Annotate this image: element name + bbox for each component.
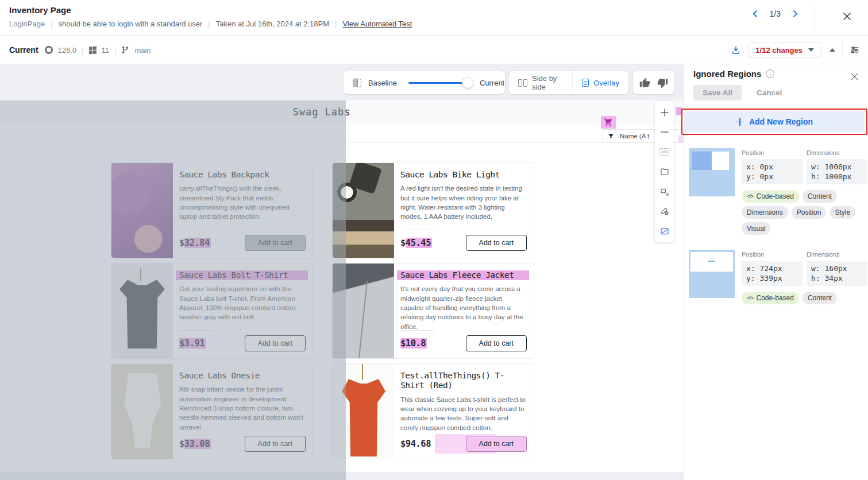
divider: [400, 330, 434, 331]
product-image: [333, 163, 394, 258]
save-all-button[interactable]: Save All: [693, 85, 742, 100]
product-grid: Sauce Labs Backpack carry.allTheThings()…: [111, 162, 534, 459]
zoom-toolbar: 100: [655, 101, 674, 242]
zoom-100-icon[interactable]: 100: [655, 144, 674, 161]
overlay-slider-handle[interactable]: [462, 77, 473, 88]
info-icon[interactable]: [766, 69, 774, 78]
region-thumbnail: [689, 250, 735, 298]
region-tag: Position: [792, 206, 827, 219]
git-branch-icon: [121, 46, 129, 54]
region-tag: </>Code-based: [742, 292, 799, 304]
region-x: x: 724px: [746, 264, 798, 273]
current-label: Current: [480, 79, 504, 87]
add-to-cart-button[interactable]: Add to cart: [466, 335, 527, 351]
add-to-cart-button[interactable]: Add to cart: [245, 235, 306, 251]
download-icon[interactable]: [731, 45, 741, 55]
close-icon[interactable]: [842, 11, 852, 21]
pagination-count: 1/3: [770, 9, 781, 18]
overlay-button[interactable]: Overlay: [573, 71, 628, 94]
product-price: $45.45: [400, 238, 431, 248]
page-title: Inventory Page: [9, 5, 71, 15]
product-description: This classic Sauce Labs t-shirt is perfe…: [400, 395, 527, 432]
product-image: [111, 364, 173, 459]
add-to-cart-button[interactable]: Add to cart: [466, 436, 527, 452]
region-thumbnail: [689, 148, 735, 196]
environment-actions: 1/12 changes: [731, 36, 860, 64]
region-y: y: 339px: [746, 273, 798, 283]
view-automated-test-link[interactable]: View Automated Test: [342, 20, 412, 28]
next-screenshot-button[interactable]: [791, 10, 799, 18]
divider: [179, 330, 213, 331]
side-by-side-button[interactable]: Side by side: [509, 71, 572, 94]
swag-labs-header: Swag Labs: [0, 100, 684, 123]
previous-screenshot-button[interactable]: [751, 10, 759, 18]
changes-count: 1/12 changes: [755, 46, 803, 55]
shopping-cart-icon[interactable]: [604, 118, 613, 127]
plus-icon: [736, 118, 743, 126]
chevron-down-icon: [808, 48, 814, 52]
product-description: Get your testing superhero on with the S…: [179, 284, 306, 322]
product-description: A red light isn't the desired state in t…: [400, 184, 527, 221]
product-image: [333, 264, 394, 358]
region-tags: </>Code-basedContentDimensionsPositionSt…: [742, 190, 868, 235]
add-to-cart-button[interactable]: Add to cart: [245, 436, 306, 452]
panel-close-icon[interactable]: [850, 72, 859, 81]
add-new-region-button[interactable]: Add New Region: [684, 111, 865, 132]
region-tag: Content: [803, 292, 837, 304]
ignored-region-card[interactable]: Position Dimensions x: 724px y: 339px w:…: [684, 243, 868, 312]
product-title: Sauce Labs Bolt T-Shirt: [179, 270, 306, 280]
overlay-slider[interactable]: [408, 82, 468, 84]
region-position-values: x: 724px y: 339px: [742, 261, 803, 286]
product-card: Sauce Labs Fleece Jacket It's not every …: [332, 263, 534, 359]
product-price: $33.08: [179, 439, 210, 449]
ignored-region-card[interactable]: Position Dimensions x: 0px y: 0px w: 100…: [684, 141, 868, 243]
region-select-icon[interactable]: [655, 223, 674, 240]
product-description: Rib snap infant onesie for the junior au…: [179, 385, 306, 432]
product-price: $10.8: [400, 338, 426, 349]
sort-selected-value: Name (A t: [620, 133, 649, 140]
thumbs-down-icon[interactable]: [657, 78, 668, 88]
region-list: Position Dimensions x: 0px y: 0px w: 100…: [684, 141, 868, 312]
thumbs-up-icon[interactable]: [639, 78, 650, 88]
region-y: y: 0px: [746, 172, 798, 181]
changes-dropdown[interactable]: 1/12 changes: [748, 42, 821, 58]
product-card: Sauce Labs Bike Light A red light isn't …: [332, 162, 534, 258]
add-to-cart-button[interactable]: Add to cart: [466, 235, 527, 251]
divider: [0, 142, 684, 143]
diff-highlight-edge: [678, 136, 684, 142]
cancel-button[interactable]: Cancel: [751, 85, 788, 100]
dimensions-label: Dimensions: [807, 251, 839, 258]
browser-version: 126.0: [58, 46, 77, 55]
region-tags: </>Code-basedContent: [742, 292, 868, 304]
region-width: w: 160px: [811, 264, 863, 273]
previous-change-button[interactable]: [828, 48, 835, 52]
region-tag: </>Code-based: [742, 190, 799, 203]
overlay-slider-group: Baseline Current: [344, 71, 505, 94]
product-title: Sauce Labs Fleece Jacket: [400, 270, 527, 280]
product-image: [333, 364, 394, 459]
region-dimension-values: w: 160px h: 34px: [807, 261, 867, 286]
product-title: Test.allTheThings() T-Shirt (Red): [400, 371, 527, 391]
divider: [842, 41, 843, 59]
top-header: Inventory Page LoginPage | should be abl…: [0, 0, 868, 36]
folder-icon[interactable]: [655, 163, 674, 180]
screenshot-pager: 1/3: [751, 9, 799, 18]
product-card: Test.allTheThings() T-Shirt (Red) This c…: [332, 363, 534, 459]
overlay-icon: [582, 79, 589, 87]
fit-to-screen-icon[interactable]: [655, 183, 674, 200]
divider: [179, 230, 213, 230]
zoom-out-icon[interactable]: [655, 123, 674, 141]
region-height: h: 1000px: [811, 172, 863, 181]
display-settings-icon[interactable]: [850, 45, 860, 55]
breadcrumb: LoginPage | should be able to login with…: [9, 20, 412, 28]
filter-funnel-icon: [608, 133, 614, 140]
zoom-in-icon[interactable]: [655, 104, 674, 121]
product-card: Sauce Labs Onesie Rib snap infant onesie…: [111, 363, 313, 459]
product-price: $94.68: [400, 439, 431, 449]
region-tag: Style: [830, 206, 855, 219]
hide-diffs-icon[interactable]: [655, 203, 674, 220]
region-tag: Dimensions: [742, 206, 788, 219]
windows-os-icon: [89, 46, 97, 54]
add-to-cart-button[interactable]: Add to cart: [245, 335, 306, 351]
region-width: w: 1000px: [811, 162, 863, 172]
